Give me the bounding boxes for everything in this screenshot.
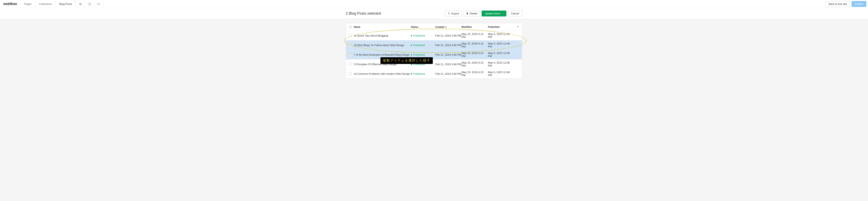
nav-blog-posts-label: Blog Posts — [59, 2, 72, 5]
activity-icon[interactable] — [85, 0, 94, 8]
row-status: Published — [411, 53, 435, 56]
row-modified: May 15, 2019 4:14 PM — [462, 32, 488, 38]
col-modified[interactable]: Modified — [462, 26, 488, 28]
row-published: May 5, 2023 12:46 PM — [488, 61, 514, 67]
export-icon — [447, 12, 450, 15]
select-all-checkbox[interactable] — [349, 26, 352, 28]
chevron-down-icon — [502, 12, 504, 15]
row-status: Published — [411, 63, 435, 66]
delete-label: Delete — [470, 12, 477, 15]
delete-button[interactable]: Delete — [463, 10, 480, 17]
row-checkbox[interactable] — [349, 53, 352, 56]
selection-title: 2 Blog Posts selected — [346, 11, 381, 16]
row-modified: May 15, 2019 4:14 PM — [462, 52, 488, 58]
svg-point-0 — [88, 3, 91, 5]
row-status: Published — [411, 72, 435, 75]
export-label: Export — [452, 12, 459, 15]
row-name: 10 Quick Tips About Blogging — [354, 34, 411, 37]
row-created: Feb 21, 2019 3:48 PM — [435, 34, 462, 37]
table-row[interactable]: 15 Best Blogs To Follow About Web Design… — [346, 40, 522, 50]
nav-blog-posts[interactable]: Blog Posts × — [56, 0, 76, 8]
items-table: Name Status Created▼ Modified Published … — [346, 23, 522, 79]
update-label: Update Items — [485, 12, 500, 15]
col-status[interactable]: Status — [411, 26, 435, 28]
close-tab-icon[interactable]: × — [73, 0, 75, 3]
row-modified: May 15, 2019 4:15 PM — [462, 71, 488, 77]
back-to-live-button[interactable]: Back to live site — [826, 1, 850, 7]
row-name: 14 Common Problems with modern Web Desig… — [354, 72, 411, 75]
row-checkbox[interactable] — [349, 34, 352, 37]
row-status: Published — [411, 44, 435, 47]
col-published[interactable]: Published — [488, 26, 514, 28]
table-row[interactable]: 10 Quick Tips About BloggingPublishedFeb… — [346, 31, 522, 40]
row-created: Feb 21, 2019 3:48 PM — [435, 63, 462, 66]
row-checkbox[interactable] — [349, 62, 352, 65]
row-published: May 5, 2023 12:46 PM — [488, 32, 514, 38]
topbar: webflow Pages Collections Blog Posts × B… — [0, 0, 868, 8]
row-name: 5 Principles Of Effective Web Design — [354, 63, 411, 66]
row-checkbox[interactable] — [349, 72, 352, 75]
brand-logo: webflow — [0, 0, 21, 8]
table-row[interactable]: 7 of the Best Examples of Beautiful Blog… — [346, 50, 522, 59]
row-published: May 5, 2023 12:46 PM — [488, 71, 514, 77]
gear-icon[interactable] — [76, 0, 85, 8]
col-created-label: Created — [435, 26, 444, 28]
col-created[interactable]: Created▼ — [435, 26, 462, 28]
col-pin[interactable] — [514, 25, 519, 29]
row-published: May 5, 2023 12:46 PM — [488, 42, 514, 48]
row-modified: May 15, 2019 4:14 PM — [462, 42, 488, 48]
pin-icon — [517, 25, 519, 28]
table-row[interactable]: 14 Common Problems with modern Web Desig… — [346, 69, 522, 78]
row-created: Feb 21, 2019 3:48 PM — [435, 72, 462, 75]
nav-collections[interactable]: Collections — [35, 0, 56, 8]
logout-icon[interactable] — [94, 0, 103, 8]
row-created: Feb 21, 2019 3:48 PM — [435, 44, 462, 47]
col-name[interactable]: Name — [354, 26, 411, 28]
row-published: May 5, 2023 12:46 PM — [488, 52, 514, 58]
row-modified: May 15, 2019 4:15 PM — [462, 61, 488, 67]
table-header: Name Status Created▼ Modified Published — [346, 23, 522, 31]
update-items-button[interactable]: Update Items — [482, 10, 506, 17]
nav-pages[interactable]: Pages — [21, 0, 35, 8]
export-button[interactable]: Export — [445, 10, 462, 17]
sort-desc-icon: ▼ — [445, 26, 447, 28]
toolbar: 2 Blog Posts selected Export Delete Upda… — [0, 8, 868, 19]
trash-icon — [466, 12, 469, 15]
row-status: Published — [411, 34, 435, 37]
cancel-button[interactable]: Cancel — [508, 10, 522, 17]
publish-button[interactable]: Publish — [851, 1, 866, 7]
row-checkbox[interactable] — [349, 44, 352, 47]
row-name: 15 Best Blogs To Follow About Web Design — [354, 44, 411, 47]
row-created: Feb 21, 2019 3:48 PM — [435, 53, 462, 56]
table-row[interactable]: 5 Principles Of Effective Web DesignPubl… — [346, 59, 522, 69]
row-name: 7 of the Best Examples of Beautiful Blog… — [354, 53, 411, 56]
